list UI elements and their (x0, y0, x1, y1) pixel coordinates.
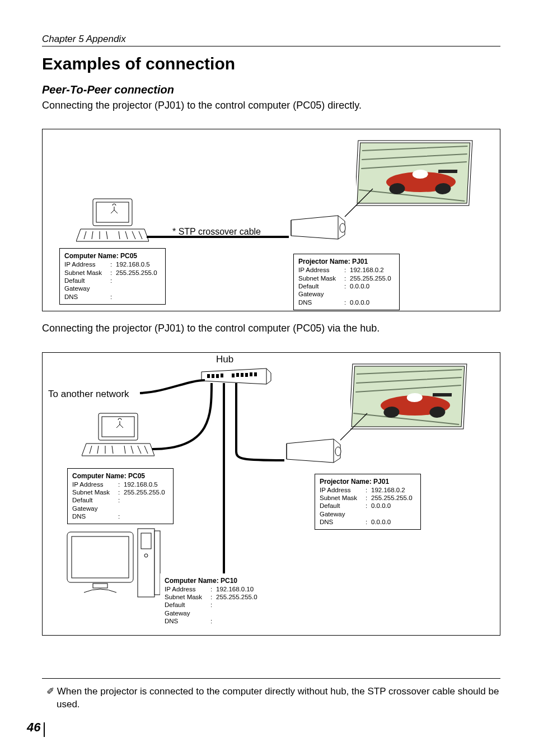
info-box-pj01: Projector Name: PJ01IP Address:192.168.0… (315, 474, 421, 530)
chapter-header: Chapter 5 Appendix (42, 34, 500, 46)
footnote-text: When the projector is connected to the c… (57, 686, 499, 710)
footnote-mark-icon: ✐ (46, 686, 54, 697)
page-rule (44, 722, 45, 737)
intro-para-1: Connecting the projector (PJ01) to the c… (42, 99, 500, 112)
page-title: Examples of connection (42, 54, 500, 73)
diagram-hub-connection: Hub (42, 352, 500, 636)
info-box-pc05: Computer Name: PC05IP Address:192.168.0.… (59, 248, 166, 305)
section-title: Peer-To-Peer connection (42, 83, 500, 96)
info-box-pc10: Computer Name: PC10IP Address:192.168.0.… (160, 573, 270, 629)
diagram-direct-connection: * STP crossover cable Computer Name: PC0… (42, 129, 500, 311)
page-number: 46 (27, 720, 40, 735)
info-box-pc05: Computer Name: PC05IP Address:192.168.0.… (67, 468, 174, 525)
svg-line-56 (340, 413, 367, 440)
svg-line-19 (345, 189, 373, 217)
footnote: ✐ When the projector is connected to the… (42, 678, 500, 711)
cable-label: * STP crossover cable (172, 227, 261, 237)
info-box-pj01: Projector Name: PJ01IP Address:192.168.0… (293, 254, 400, 310)
intro-para-2: Connecting the projector (PJ01) to the c… (42, 321, 500, 335)
